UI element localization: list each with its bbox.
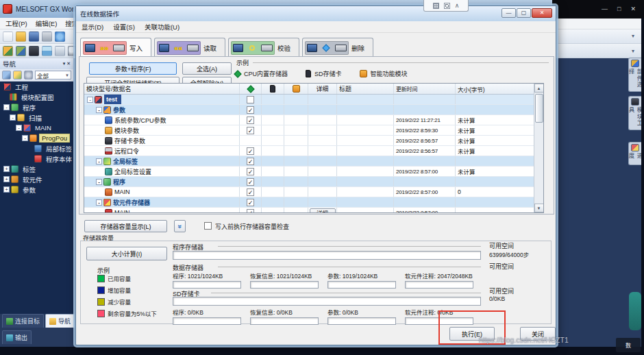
collapse-box-icon[interactable]: - bbox=[10, 114, 16, 121]
collapse-box-icon[interactable]: - bbox=[96, 199, 102, 206]
dock-tab-部件选择[interactable]: 部件选择 bbox=[628, 58, 641, 92]
table-row-MAIN[interactable]: MAIN✓2019/2/22 8:57:000 bbox=[84, 187, 543, 197]
checkbox-checked[interactable]: ✓ bbox=[247, 106, 254, 114]
table-row-远程口令[interactable]: 远程口令✓2019/2/22 8:56:57未计算 bbox=[84, 146, 543, 156]
table-row-软元件存储器[interactable]: -软元件存储器✓ bbox=[84, 197, 543, 208]
table-row-参数[interactable]: -参数✓ bbox=[84, 105, 543, 115]
checkbox-checked[interactable]: ✓ bbox=[247, 199, 254, 206]
main-menu-item[interactable]: 工程(P) bbox=[5, 19, 27, 28]
dialog-titlebar[interactable]: 在线数据操作 bbox=[76, 6, 556, 21]
tree-item-程序[interactable]: -程序 bbox=[0, 102, 73, 112]
checkbox-unchecked[interactable] bbox=[247, 96, 254, 103]
col-intelligent-module[interactable] bbox=[284, 84, 308, 94]
save-icon[interactable] bbox=[29, 32, 39, 42]
panel-options-icon[interactable]: ▾ ✕ bbox=[63, 61, 71, 66]
param-program-button[interactable]: 参数+程序(F) bbox=[89, 62, 177, 75]
main-menu-item[interactable]: 编辑(E) bbox=[36, 19, 58, 28]
scroll-up-icon[interactable]: ▲ bbox=[534, 84, 544, 93]
memory-capacity-display-button[interactable]: 存储器容量显示(L) bbox=[84, 220, 167, 232]
checkbox-checked[interactable]: ✓ bbox=[247, 188, 254, 196]
table-row-系统参数/CPU参数[interactable]: 系统参数/CPU参数✓2019/2/22 11:27:21未计算 bbox=[84, 115, 543, 125]
table-row-模块参数[interactable]: 模块参数✓2019/2/22 8:59:30未计算 bbox=[84, 125, 543, 136]
collapse-box-icon[interactable]: - bbox=[96, 107, 102, 113]
checkbox-checked[interactable]: ✓ bbox=[247, 168, 254, 175]
tree-item-MAIN[interactable]: -MAIN bbox=[0, 123, 73, 133]
checkbox-cell[interactable]: ✓ bbox=[240, 125, 262, 135]
col-sd-card[interactable] bbox=[262, 84, 284, 94]
restore-icon[interactable]: □ bbox=[617, 6, 621, 12]
toolbar-overflow-icon[interactable]: ▾ bbox=[632, 48, 634, 54]
tree-item-参数[interactable]: +参数 bbox=[0, 184, 73, 195]
close-button[interactable]: ✕ bbox=[532, 8, 552, 18]
col-size[interactable]: 大小(字节) bbox=[456, 84, 528, 94]
action-tab-写入[interactable]: »»写入 bbox=[80, 38, 151, 57]
window-split-icon[interactable] bbox=[42, 46, 52, 56]
action-tab-删除[interactable]: 删除 bbox=[302, 38, 373, 57]
collapse-box-icon[interactable]: - bbox=[87, 97, 93, 103]
window-view-icon[interactable] bbox=[55, 46, 65, 56]
checkbox-cell[interactable]: ✓ bbox=[240, 197, 262, 207]
checkbox-cell[interactable]: ✓ bbox=[240, 208, 262, 213]
expand-box-icon[interactable]: + bbox=[3, 186, 10, 193]
checkbox-checked[interactable]: ✓ bbox=[247, 158, 254, 165]
tree-item-模块配置图[interactable]: 模块配置图 bbox=[0, 92, 73, 102]
dock-tab-模块工具[interactable]: 模块工具 bbox=[628, 96, 641, 130]
collapse-chevron-icon[interactable]: ∧ bbox=[455, 3, 460, 9]
checkbox-cell[interactable]: ✓ bbox=[240, 167, 262, 176]
capacity-check-checkbox[interactable] bbox=[204, 222, 212, 230]
col-cpu-memory[interactable] bbox=[240, 84, 262, 94]
table-row-存储卡参数[interactable]: 存储卡参数2019/2/22 8:56:57未计算 bbox=[84, 136, 543, 146]
tree-view-icon[interactable] bbox=[3, 46, 13, 56]
tree-item-ProgPou[interactable]: -ProgPou bbox=[0, 133, 73, 143]
open-file-icon[interactable] bbox=[16, 32, 26, 42]
expand-icon[interactable] bbox=[444, 3, 450, 9]
minimize-button[interactable]: — bbox=[501, 8, 516, 18]
checkbox-cell[interactable]: ✓ bbox=[240, 177, 262, 186]
expand-box-icon[interactable]: + bbox=[3, 166, 10, 172]
nav-filter-dropdown[interactable]: 全部 ▼ bbox=[35, 71, 71, 79]
gear-icon[interactable] bbox=[24, 71, 33, 79]
dialog-menu-item[interactable]: 显示(D) bbox=[82, 22, 103, 32]
action-tab-读取[interactable]: ««读取 bbox=[154, 38, 225, 57]
table-row-程序[interactable]: -程序✓ bbox=[84, 177, 543, 187]
vertical-scrollbar[interactable]: ▲ ▼ bbox=[534, 84, 543, 212]
table-row-全局标签[interactable]: -全局标签✓ bbox=[84, 156, 543, 167]
checkbox-cell[interactable] bbox=[240, 95, 262, 104]
checkbox-checked[interactable]: ✓ bbox=[247, 178, 254, 186]
tree-item-扫描[interactable]: -扫描 bbox=[0, 112, 73, 123]
col-updated[interactable]: 更新时间 bbox=[394, 84, 456, 94]
scrollbar-thumb[interactable] bbox=[535, 94, 543, 123]
table-row-全局标签设置[interactable]: 全局标签设置✓2019/2/22 8:57:00未计算 bbox=[84, 167, 543, 177]
detail-button[interactable]: 详细 bbox=[310, 208, 336, 213]
print-icon[interactable] bbox=[42, 32, 52, 42]
minimize-icon[interactable]: — bbox=[602, 6, 608, 12]
table-row-test[interactable]: -test bbox=[84, 95, 543, 105]
chevron-double-down-icon[interactable]: » bbox=[174, 220, 186, 232]
tab-连接目标[interactable]: 连接目标 bbox=[2, 314, 44, 328]
collapse-box-icon[interactable]: - bbox=[22, 135, 28, 141]
checkbox-cell[interactable]: ✓ bbox=[240, 115, 262, 125]
maximize-button[interactable]: ▢ bbox=[517, 8, 531, 18]
checkbox-cell[interactable]: ✓ bbox=[240, 105, 262, 114]
col-title[interactable]: 标题 bbox=[337, 84, 394, 94]
tab-output[interactable]: 输出 bbox=[2, 330, 32, 344]
checkbox-checked[interactable]: ✓ bbox=[247, 127, 254, 134]
action-tab-校验[interactable]: 校验 bbox=[228, 38, 299, 57]
checkbox-checked[interactable]: ✓ bbox=[247, 117, 254, 124]
collapse-box-icon[interactable]: - bbox=[16, 125, 22, 131]
checkbox-cell[interactable]: ✓ bbox=[240, 187, 262, 197]
dialog-menu-item[interactable]: 设置(S) bbox=[113, 22, 135, 32]
checkbox-cell[interactable] bbox=[240, 136, 262, 145]
expand-tree-icon[interactable] bbox=[13, 71, 22, 79]
checkbox-cell[interactable]: ✓ bbox=[240, 146, 262, 156]
tree-item-程序本体[interactable]: 程序本体 bbox=[0, 154, 73, 164]
select-all-button[interactable]: 全选(A) bbox=[182, 62, 232, 75]
grid-icon[interactable] bbox=[433, 3, 439, 9]
col-detail[interactable]: 详细 bbox=[308, 84, 337, 94]
checkbox-cell[interactable]: ✓ bbox=[240, 156, 262, 166]
tree-item-工程[interactable]: 工程 bbox=[0, 82, 73, 92]
collapse-box-icon[interactable]: - bbox=[96, 179, 102, 185]
module-icon[interactable] bbox=[29, 46, 39, 56]
save-project-icon[interactable] bbox=[16, 46, 26, 56]
checkbox-checked[interactable]: ✓ bbox=[247, 209, 254, 214]
